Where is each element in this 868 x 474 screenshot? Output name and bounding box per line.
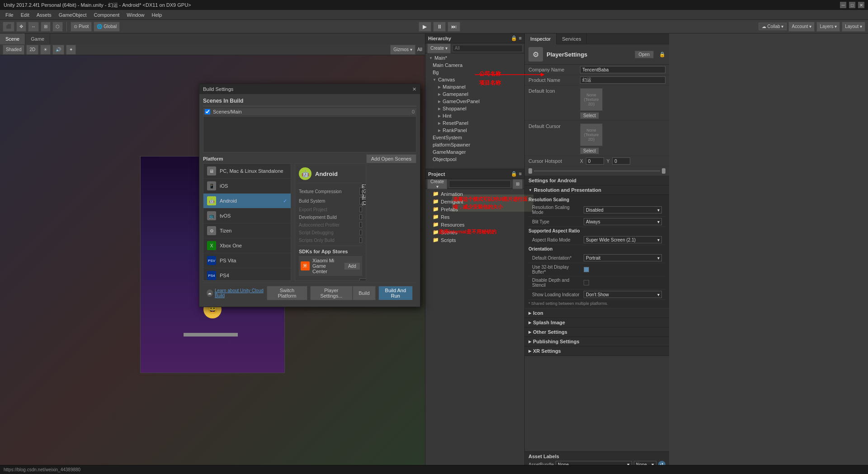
company-name-input[interactable]: [580, 66, 665, 73]
layers-button[interactable]: Layers ▾: [816, 22, 840, 32]
tab-game[interactable]: Game: [25, 33, 50, 44]
xr-settings-section[interactable]: ▶ XR Settings: [525, 346, 669, 356]
project-menu-icon[interactable]: ≡: [519, 171, 522, 177]
lighting-button[interactable]: ☀: [40, 45, 51, 55]
project-view-button[interactable]: ⊞: [513, 179, 523, 189]
splash-section[interactable]: ▶ Splash Image: [525, 318, 669, 327]
add-open-scenes-button[interactable]: Add Open Scenes: [366, 154, 416, 163]
effects-button[interactable]: ✦: [66, 45, 76, 55]
platform-tvos[interactable]: 📺 tvOS: [203, 209, 291, 223]
cursor-x-input[interactable]: [586, 157, 604, 165]
disable-depth-checkbox[interactable]: [584, 280, 589, 285]
show-loading-dropdown[interactable]: Don't Show ▾: [584, 291, 662, 298]
hier-item-gamemanager[interactable]: GameManager: [425, 148, 524, 156]
window-controls[interactable]: ─ □ ✕: [840, 2, 864, 8]
transform-rotate-button[interactable]: ✥: [16, 22, 26, 32]
project-demigiant-folder[interactable]: 📁 Demigiant: [425, 198, 524, 205]
blit-type-dropdown[interactable]: Always ▾: [584, 218, 662, 225]
account-button[interactable]: Account ▾: [788, 22, 815, 32]
transform-scale-button[interactable]: ↔: [28, 22, 39, 32]
project-resources-folder[interactable]: 📁 Resources: [425, 221, 524, 228]
hier-item-eventsystem[interactable]: EventSystem: [425, 134, 524, 141]
default-cursor-select-btn[interactable]: Select: [580, 147, 599, 154]
hier-item-objectpool[interactable]: Objectpool: [425, 156, 524, 163]
hier-item-camera[interactable]: Main Camera: [425, 62, 524, 69]
lock-icon[interactable]: 🔒: [511, 35, 517, 41]
project-search-input[interactable]: [449, 180, 511, 188]
platform-android[interactable]: 🤖 Android ✓: [203, 194, 291, 209]
menu-edit[interactable]: Edit: [17, 11, 33, 19]
sdk-add-button[interactable]: Add: [344, 262, 360, 270]
hier-item-resetpanel[interactable]: ▶ ResetPanel: [425, 119, 524, 127]
build-system-dropdown[interactable]: Internal (Default) ▾: [359, 197, 366, 204]
platform-xbox[interactable]: X Xbox One: [203, 238, 291, 253]
menu-file[interactable]: File: [2, 11, 17, 19]
platform-ps4[interactable]: PS4 PS4: [203, 268, 291, 281]
resolution-scaling-mode-dropdown[interactable]: Disabled ▾: [584, 206, 662, 213]
cursor-y-input[interactable]: [612, 157, 630, 165]
gizmos-button[interactable]: Gizmos ▾: [390, 45, 415, 55]
lock-icon-inspector[interactable]: 🔒: [659, 52, 665, 57]
audio-button[interactable]: 🔊: [52, 45, 64, 55]
product-name-input[interactable]: [580, 76, 665, 84]
scene-main-checkbox[interactable]: [205, 109, 210, 114]
menu-component[interactable]: Component: [90, 11, 123, 19]
tab-inspector[interactable]: Inspector: [525, 33, 557, 44]
hier-item-bg[interactable]: Bg: [425, 69, 524, 76]
shaded-dropdown[interactable]: Shaded: [3, 45, 24, 55]
pivot-button[interactable]: ⊙ Pivot: [71, 22, 92, 32]
hier-item-main[interactable]: ▼ Main*: [425, 54, 524, 62]
project-lock-icon[interactable]: 🔒: [511, 171, 517, 177]
pause-button[interactable]: ⏸: [433, 22, 446, 32]
platform-tizen[interactable]: ⚙ Tizen: [203, 223, 291, 238]
project-prefabs-folder[interactable]: 📁 Prefabs: [425, 205, 524, 213]
other-settings-section[interactable]: ▶ Other Settings: [525, 327, 669, 337]
open-button[interactable]: Open: [635, 51, 654, 58]
project-scripts-folder[interactable]: 📁 Scripts: [425, 236, 524, 244]
hier-item-hint[interactable]: ▶ Hint: [425, 112, 524, 119]
dev-build-checkbox[interactable]: [359, 214, 362, 220]
default-orientation-dropdown[interactable]: Portrait ▾: [584, 254, 662, 261]
hier-item-canvas[interactable]: ▼ Canvas: [425, 76, 524, 83]
platform-standalone[interactable]: 🖥 PC, Mac & Linux Standalone: [203, 164, 291, 179]
build-and-run-button[interactable]: Build And Run: [378, 286, 413, 300]
use-32bit-checkbox[interactable]: [584, 267, 589, 272]
menu-window[interactable]: Window: [123, 11, 148, 19]
hier-item-gamepanel[interactable]: ▶ Gamepanel: [425, 90, 524, 98]
dialog-close-button[interactable]: ✕: [412, 86, 416, 92]
layout-button[interactable]: Layout ▾: [842, 22, 865, 32]
2d-button[interactable]: 2D: [26, 45, 38, 55]
global-button[interactable]: 🌐 Global: [94, 22, 120, 32]
resolution-presentation-section[interactable]: ▼ Resolution and Presentation: [525, 185, 669, 195]
autoconnect-checkbox[interactable]: [359, 222, 362, 228]
project-animation-folder[interactable]: 📁 Animation: [425, 190, 524, 198]
aspect-ratio-dropdown[interactable]: Super Wide Screen (2.1) ▾: [584, 236, 662, 243]
hier-item-platformspawner[interactable]: platformSpawner: [425, 141, 524, 148]
transform-rect-button[interactable]: ⊞: [41, 22, 51, 32]
icon-section[interactable]: ▶ Icon: [525, 308, 669, 318]
hier-item-shoppanel[interactable]: ▶ Shoppanel: [425, 105, 524, 112]
menu-help[interactable]: Help: [148, 11, 165, 19]
maximize-button[interactable]: □: [849, 2, 855, 8]
minimize-button[interactable]: ─: [840, 2, 846, 8]
build-button[interactable]: Build: [353, 286, 375, 300]
hierarchy-search-input[interactable]: [453, 45, 523, 52]
hier-item-gameoverpanel[interactable]: ▶ GameOverPanel: [425, 98, 524, 105]
transform-move-button[interactable]: ⬛: [3, 22, 14, 32]
transform-all-button[interactable]: ⬡: [52, 22, 63, 32]
project-scenes-folder[interactable]: 📁 Scenes: [425, 228, 524, 236]
player-settings-button[interactable]: Player Settings...: [310, 286, 353, 300]
hier-item-rankpanel[interactable]: ▶ RankPanel: [425, 127, 524, 134]
menu-assets[interactable]: Assets: [33, 11, 55, 19]
hierarchy-create-button[interactable]: Create ▾: [427, 43, 451, 53]
project-create-button[interactable]: Create ▾: [427, 179, 447, 189]
platform-psvita[interactable]: PSV PS Vita: [203, 253, 291, 268]
step-button[interactable]: ⏭: [448, 22, 460, 32]
tab-services[interactable]: Services: [557, 33, 587, 44]
hierarchy-menu-icon[interactable]: ≡: [519, 35, 522, 41]
default-icon-select-btn[interactable]: Select: [580, 112, 599, 119]
tab-scene[interactable]: Scene: [0, 33, 25, 44]
switch-platform-button[interactable]: Switch Platform: [267, 286, 307, 300]
collab-button[interactable]: ☁ Collab ▾: [759, 23, 787, 30]
play-button[interactable]: ▶: [419, 22, 431, 32]
